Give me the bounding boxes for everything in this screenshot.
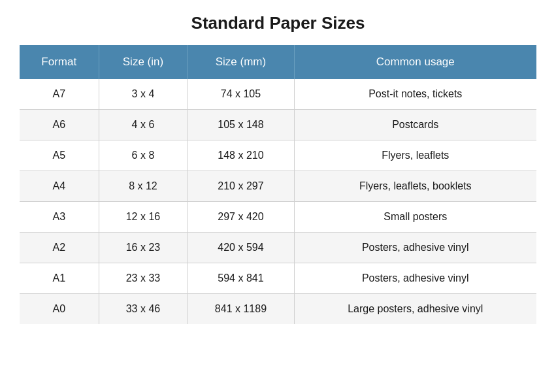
cell-usage: Flyers, leaflets, booklets [294,171,536,202]
cell-usage: Postcards [294,110,536,140]
cell-size_in: 8 x 12 [99,171,188,202]
cell-size_mm: 297 x 420 [188,202,294,233]
header-format: Format [20,45,99,79]
table-row: A033 x 46841 x 1189Large posters, adhesi… [20,294,536,325]
table-row: A56 x 8148 x 210Flyers, leaflets [20,140,536,171]
cell-size_mm: 841 x 1189 [188,294,294,325]
paper-sizes-table: Format Size (in) Size (mm) Common usage … [20,45,536,324]
cell-usage: Flyers, leaflets [294,140,536,171]
cell-size_mm: 105 x 148 [188,110,294,140]
cell-format: A7 [20,79,99,110]
table-row: A64 x 6105 x 148Postcards [20,110,536,140]
cell-format: A6 [20,110,99,140]
cell-size_in: 6 x 8 [99,140,188,171]
header-common-usage: Common usage [294,45,536,79]
cell-size_in: 3 x 4 [99,79,188,110]
cell-format: A4 [20,171,99,202]
page-title: Standard Paper Sizes [191,13,365,33]
table-row: A123 x 33594 x 841Posters, adhesive viny… [20,263,536,294]
cell-usage: Small posters [294,202,536,233]
table-row: A312 x 16297 x 420Small posters [20,202,536,233]
cell-format: A1 [20,263,99,294]
table-row: A73 x 474 x 105Post-it notes, tickets [20,79,536,110]
cell-usage: Posters, adhesive vinyl [294,233,536,263]
cell-size_in: 33 x 46 [99,294,188,325]
table-row: A48 x 12210 x 297Flyers, leaflets, bookl… [20,171,536,202]
cell-size_in: 4 x 6 [99,110,188,140]
header-size-mm: Size (mm) [188,45,294,79]
cell-size_in: 12 x 16 [99,202,188,233]
cell-usage: Large posters, adhesive vinyl [294,294,536,325]
cell-usage: Post-it notes, tickets [294,79,536,110]
header-size-in: Size (in) [99,45,188,79]
cell-size_mm: 74 x 105 [188,79,294,110]
cell-size_mm: 148 x 210 [188,140,294,171]
cell-format: A0 [20,294,99,325]
table-row: A216 x 23420 x 594Posters, adhesive viny… [20,233,536,263]
cell-format: A3 [20,202,99,233]
cell-usage: Posters, adhesive vinyl [294,263,536,294]
cell-size_mm: 210 x 297 [188,171,294,202]
cell-size_mm: 420 x 594 [188,233,294,263]
cell-format: A5 [20,140,99,171]
table-header-row: Format Size (in) Size (mm) Common usage [20,45,536,79]
cell-format: A2 [20,233,99,263]
cell-size_in: 16 x 23 [99,233,188,263]
cell-size_mm: 594 x 841 [188,263,294,294]
cell-size_in: 23 x 33 [99,263,188,294]
